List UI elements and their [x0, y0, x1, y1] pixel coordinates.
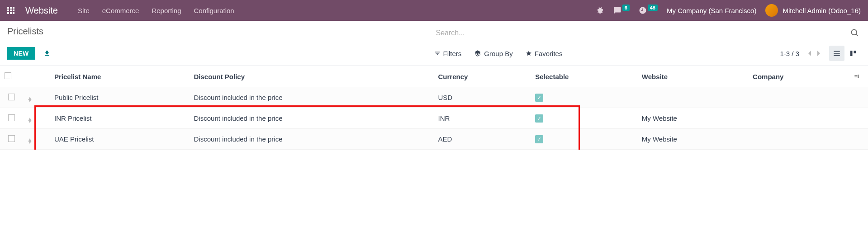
- kanban-view-button[interactable]: [845, 46, 861, 61]
- cell-name: INR Pricelist: [50, 108, 190, 129]
- debug-icon[interactable]: [596, 6, 604, 14]
- main-navbar: Website Site eCommerce Reporting Configu…: [0, 0, 868, 21]
- user-name: Mitchell Admin (Odoo_16): [783, 7, 861, 14]
- pricelist-table: Pricelist Name Discount Policy Currency …: [0, 66, 868, 150]
- pager-next[interactable]: [816, 50, 821, 57]
- drag-handle-icon[interactable]: ▲▼: [27, 118, 33, 123]
- cell-website: My Website: [637, 108, 748, 129]
- cell-selectable: ✓: [531, 108, 637, 129]
- activities-icon[interactable]: 48: [639, 6, 658, 14]
- select-all-checkbox[interactable]: [5, 72, 11, 79]
- app-name[interactable]: Website: [25, 5, 58, 16]
- cell-currency: USD: [434, 87, 531, 108]
- cell-website: My Website: [637, 129, 748, 150]
- drag-handle-icon[interactable]: ▲▼: [27, 139, 33, 143]
- col-company[interactable]: Company: [748, 66, 848, 87]
- cell-company: [748, 108, 848, 129]
- col-discount[interactable]: Discount Policy: [190, 66, 434, 87]
- col-name[interactable]: Pricelist Name: [50, 66, 190, 87]
- svg-point-0: [851, 29, 857, 35]
- nav-item-site[interactable]: Site: [78, 7, 90, 14]
- apps-icon[interactable]: [7, 7, 14, 14]
- drag-handle-icon[interactable]: ▲▼: [27, 97, 33, 102]
- company-switcher[interactable]: My Company (San Francisco): [667, 7, 756, 14]
- cell-selectable: ✓: [531, 129, 637, 150]
- list-view-button[interactable]: [829, 46, 844, 61]
- control-panel: Pricelists NEW Filters Group By Favorite…: [0, 21, 868, 66]
- cell-discount: Discount included in the price: [190, 108, 434, 129]
- col-website[interactable]: Website: [637, 66, 748, 87]
- svg-point-1: [858, 75, 859, 76]
- table-row[interactable]: ▲▼ Public Pricelist Discount included in…: [0, 87, 868, 108]
- messages-icon[interactable]: 6: [613, 6, 630, 14]
- row-checkbox[interactable]: [8, 135, 15, 142]
- avatar: [765, 4, 778, 17]
- download-icon[interactable]: [43, 50, 51, 57]
- filters-button[interactable]: Filters: [434, 50, 462, 57]
- cell-name: UAE Pricelist: [50, 129, 190, 150]
- cell-company: [748, 129, 848, 150]
- user-menu[interactable]: Mitchell Admin (Odoo_16): [765, 4, 861, 17]
- groupby-button[interactable]: Group By: [474, 50, 512, 57]
- cell-discount: Discount included in the price: [190, 87, 434, 108]
- breadcrumb: Pricelists: [7, 26, 43, 37]
- new-button[interactable]: NEW: [7, 47, 35, 60]
- row-checkbox[interactable]: [8, 94, 15, 100]
- optional-columns-icon[interactable]: [853, 73, 861, 80]
- check-icon: ✓: [535, 135, 543, 143]
- pager-prev[interactable]: [807, 50, 812, 57]
- cell-website: [637, 87, 748, 108]
- activities-badge: 48: [648, 5, 658, 11]
- search-input[interactable]: [434, 26, 861, 40]
- messages-badge: 6: [622, 5, 630, 11]
- col-selectable[interactable]: Selectable: [531, 66, 637, 87]
- cell-name: Public Pricelist: [50, 87, 190, 108]
- table-row[interactable]: ▲▼ INR Pricelist Discount included in th…: [0, 108, 868, 129]
- check-icon: ✓: [535, 94, 543, 102]
- svg-point-2: [858, 76, 859, 77]
- row-checkbox[interactable]: [8, 114, 15, 121]
- cell-currency: AED: [434, 129, 531, 150]
- col-currency[interactable]: Currency: [434, 66, 531, 87]
- favorites-button[interactable]: Favorites: [526, 50, 563, 57]
- cell-selectable: ✓: [531, 87, 637, 108]
- nav-item-configuration[interactable]: Configuration: [194, 7, 234, 14]
- cell-discount: Discount included in the price: [190, 129, 434, 150]
- cell-company: [748, 87, 848, 108]
- check-icon: ✓: [535, 114, 543, 123]
- nav-item-ecommerce[interactable]: eCommerce: [102, 7, 139, 14]
- search-icon[interactable]: [850, 28, 859, 37]
- list-container: Pricelist Name Discount Policy Currency …: [0, 66, 868, 150]
- pager-text[interactable]: 1-3 / 3: [780, 50, 799, 57]
- table-row[interactable]: ▲▼ UAE Pricelist Discount included in th…: [0, 129, 868, 150]
- nav-item-reporting[interactable]: Reporting: [152, 7, 181, 14]
- cell-currency: INR: [434, 108, 531, 129]
